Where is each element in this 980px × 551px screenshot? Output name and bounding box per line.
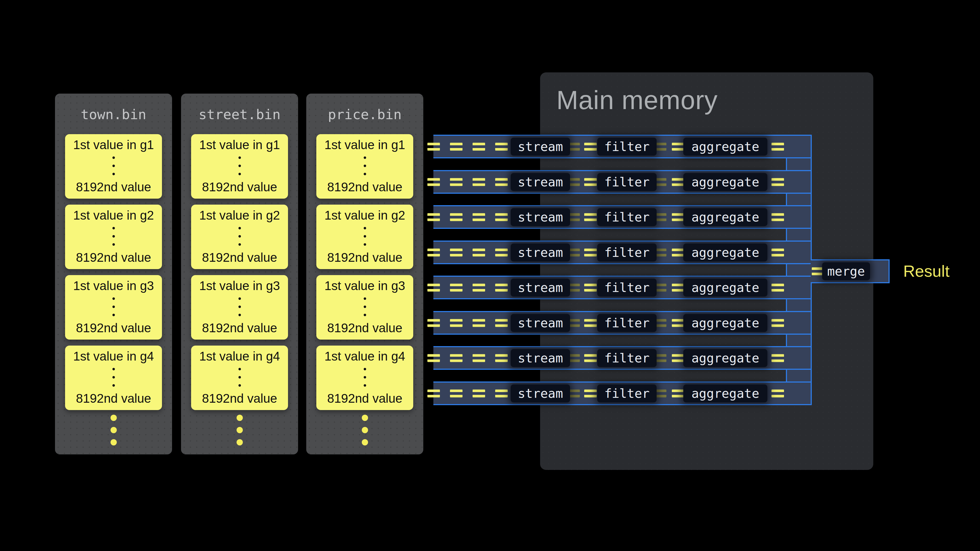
- stream-operator-box: stream: [511, 208, 570, 226]
- file-title: price.bin: [306, 106, 423, 122]
- ellipsis-icon: [239, 227, 241, 246]
- data-chunk-icon: [473, 248, 485, 256]
- data-chunk-icon: [450, 178, 463, 186]
- data-chunk-icon: [495, 354, 508, 362]
- vector-block: 1st value in g4 8192nd value: [316, 346, 413, 410]
- data-chunk-icon: [427, 389, 440, 397]
- block-first-value: 1st value in g3: [325, 278, 405, 293]
- data-chunk-icon: [495, 143, 508, 151]
- vector-blocks: 1st value in g1 8192nd value 1st value i…: [65, 134, 162, 410]
- data-chunk-icon: [495, 284, 508, 291]
- filter-operator-box: filter: [597, 208, 657, 226]
- data-chunk-icon: [427, 248, 440, 256]
- filter-operator-box: filter: [597, 138, 657, 156]
- data-chunk-icon: [495, 178, 508, 186]
- ellipsis-icon: [364, 156, 366, 175]
- data-chunk-icon: [672, 213, 684, 221]
- data-chunk-icon: [584, 248, 597, 256]
- ellipsis-icon: [113, 227, 115, 246]
- vector-block: 1st value in g3 8192nd value: [191, 275, 288, 340]
- vector-blocks: 1st value in g1 8192nd value 1st value i…: [191, 134, 288, 410]
- pipeline-row: stream filter aggregate: [433, 205, 811, 229]
- filter-operator-box: filter: [597, 243, 657, 262]
- stream-operator-box: stream: [511, 138, 570, 156]
- vector-block: 1st value in g3 8192nd value: [65, 275, 162, 340]
- block-last-value: 8192nd value: [76, 250, 151, 265]
- data-chunk-icon: [772, 319, 784, 327]
- block-last-value: 8192nd value: [202, 179, 277, 194]
- ellipsis-icon: [364, 297, 366, 316]
- data-chunk-icon: [450, 284, 463, 291]
- data-chunk-icon: [450, 354, 463, 362]
- block-last-value: 8192nd value: [76, 179, 151, 194]
- merge-stub: merge: [810, 259, 889, 283]
- data-chunk-icon: [772, 354, 784, 362]
- filter-operator-box: filter: [597, 173, 657, 191]
- data-chunk-icon: [427, 213, 440, 221]
- data-chunk-icon: [772, 389, 784, 397]
- aggregate-operator-box: aggregate: [683, 384, 767, 402]
- data-chunk-icon: [450, 143, 463, 151]
- data-chunk-icon: [672, 178, 684, 186]
- vector-block: 1st value in g1 8192nd value: [191, 134, 288, 198]
- data-chunk-icon: [584, 213, 597, 221]
- block-first-value: 1st value in g4: [199, 349, 280, 364]
- data-chunk-icon: [473, 319, 485, 327]
- data-chunk-icon: [495, 319, 508, 327]
- data-chunk-icon: [450, 213, 463, 221]
- data-chunk-icon: [772, 178, 784, 186]
- vector-block: 1st value in g4 8192nd value: [65, 346, 162, 410]
- data-chunk-icon: [672, 248, 684, 256]
- pipeline-row: stream filter aggregate: [433, 381, 811, 405]
- vector-block: 1st value in g4 8192nd value: [191, 346, 288, 410]
- aggregate-operator-box: aggregate: [683, 279, 767, 297]
- more-blocks-ellipsis-icon: [306, 415, 423, 445]
- data-chunk-icon: [584, 319, 597, 327]
- block-first-value: 1st value in g3: [199, 278, 280, 293]
- aggregate-operator-box: aggregate: [683, 173, 767, 191]
- stream-operator-box: stream: [511, 314, 570, 332]
- stream-operator-box: stream: [511, 243, 570, 262]
- data-chunk-icon: [473, 143, 485, 151]
- ellipsis-icon: [239, 297, 241, 316]
- block-first-value: 1st value in g2: [73, 208, 154, 222]
- data-chunk-icon: [495, 213, 508, 221]
- pipeline-row: stream filter aggregate: [433, 311, 811, 335]
- block-first-value: 1st value in g1: [73, 137, 154, 152]
- filter-operator-box: filter: [597, 314, 657, 332]
- more-blocks-ellipsis-icon: [181, 415, 298, 445]
- ellipsis-icon: [113, 297, 115, 316]
- data-chunk-icon: [584, 143, 597, 151]
- block-first-value: 1st value in g3: [73, 278, 154, 293]
- data-chunk-icon: [584, 354, 597, 362]
- filter-operator-box: filter: [597, 279, 657, 297]
- block-last-value: 8192nd value: [327, 391, 402, 406]
- vector-block: 1st value in g2 8192nd value: [65, 205, 162, 269]
- ellipsis-icon: [113, 368, 115, 387]
- stream-operator-box: stream: [511, 279, 570, 297]
- file-panel-town: town.bin 1st value in g1 8192nd value 1s…: [55, 94, 172, 454]
- block-first-value: 1st value in g1: [325, 137, 405, 152]
- aggregate-operator-box: aggregate: [683, 208, 767, 226]
- data-chunk-icon: [427, 143, 440, 151]
- block-first-value: 1st value in g2: [199, 208, 280, 222]
- pipeline-row: stream filter aggregate: [433, 241, 811, 264]
- aggregate-operator-box: aggregate: [683, 138, 767, 156]
- pipeline-row: stream filter aggregate: [433, 346, 811, 370]
- stream-operator-box: stream: [511, 384, 570, 402]
- data-chunk-icon: [427, 284, 440, 291]
- block-first-value: 1st value in g1: [199, 137, 280, 152]
- block-last-value: 8192nd value: [76, 321, 151, 335]
- data-chunk-icon: [584, 284, 597, 291]
- block-last-value: 8192nd value: [202, 250, 277, 265]
- vector-block: 1st value in g3 8192nd value: [316, 275, 413, 340]
- filter-operator-box: filter: [597, 349, 657, 367]
- pipeline-row: stream filter aggregate: [433, 170, 811, 194]
- vector-block: 1st value in g1 8192nd value: [65, 134, 162, 198]
- vector-block: 1st value in g2 8192nd value: [316, 205, 413, 269]
- block-last-value: 8192nd value: [327, 321, 402, 335]
- block-last-value: 8192nd value: [76, 391, 151, 406]
- file-title: town.bin: [55, 106, 172, 122]
- data-chunk-icon: [450, 319, 463, 327]
- data-chunk-icon: [450, 248, 463, 256]
